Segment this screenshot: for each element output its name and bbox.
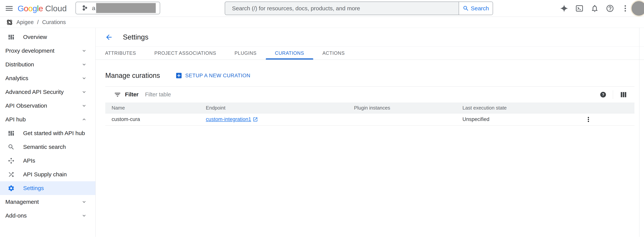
help-filled-icon[interactable]: ? xyxy=(600,91,606,98)
sidebar-item-label: Get started with API hub xyxy=(23,130,85,136)
page-header: Settings xyxy=(96,28,644,46)
chevron-down-icon xyxy=(81,103,87,109)
cell-name: custom-cura xyxy=(105,116,206,122)
chevron-down-icon xyxy=(81,89,87,95)
logo-letter: l xyxy=(37,4,38,13)
sidebar-item-overview[interactable]: Overview xyxy=(0,30,95,44)
add-box-icon xyxy=(175,72,182,79)
supply-chain-shuffle-icon xyxy=(8,171,15,178)
sidebar-item-label: Distribution xyxy=(5,61,34,68)
tab-curations[interactable]: CURATIONS xyxy=(266,46,314,59)
filter-icon xyxy=(114,91,121,98)
setup-new-curation-button[interactable]: SETUP A NEW CURATION xyxy=(175,72,250,79)
breadcrumb-product[interactable]: Apigee xyxy=(16,19,34,25)
breadcrumb-current: Curations xyxy=(42,19,66,25)
sidebar-item-label: Overview xyxy=(23,34,47,40)
logo-letter: e xyxy=(38,4,43,13)
tab-bar: ATTRIBUTES PROJECT ASSOCIATIONS PLUGINS … xyxy=(96,46,644,60)
project-name-redacted xyxy=(96,3,156,13)
filter-label[interactable]: Filter xyxy=(125,91,138,98)
logo-letter: G xyxy=(18,4,24,13)
endpoint-link[interactable]: custom-integration1 xyxy=(206,116,258,122)
sidebar-item-label: API Supply chain xyxy=(23,171,67,178)
tab-actions[interactable]: ACTIONS xyxy=(313,46,354,59)
avatar[interactable] xyxy=(630,0,644,16)
sidebar-item-label: Management xyxy=(5,199,39,205)
column-header-name: Name xyxy=(105,105,206,111)
sidebar-item-management[interactable]: Management xyxy=(0,195,95,209)
sidebar-item-label: Advanced API Security xyxy=(5,89,64,95)
sidebar-item-proxy-development[interactable]: Proxy development xyxy=(0,44,95,58)
sidebar-item-label: Semantic search xyxy=(23,144,66,150)
search-icon xyxy=(8,144,15,151)
endpoint-link-label: custom-integration1 xyxy=(206,116,251,122)
section-header: Manage curations SETUP A NEW CURATION xyxy=(105,72,644,80)
project-hexagons-icon xyxy=(81,4,89,12)
global-search: Search xyxy=(225,1,493,15)
sidebar-item-label: Settings xyxy=(23,185,44,191)
tab-attributes[interactable]: ATTRIBUTES xyxy=(96,46,145,59)
chevron-down-icon xyxy=(81,48,87,54)
sidebar-item-add-ons[interactable]: Add-ons xyxy=(0,209,95,223)
curations-table-card: Filter Filter table ? Name Endpoint Plug… xyxy=(105,86,634,126)
setup-button-label: SETUP A NEW CURATION xyxy=(185,73,250,79)
sidebar-item-apis[interactable]: APIs xyxy=(0,154,95,168)
project-selector[interactable]: a xyxy=(76,2,160,14)
back-arrow-icon[interactable] xyxy=(105,33,113,41)
tab-plugins[interactable]: PLUGINS xyxy=(225,46,266,59)
chevron-down-icon xyxy=(81,199,87,205)
breadcrumb: Apigee / Curations xyxy=(0,17,644,28)
cell-last-execution-state: Unspecified xyxy=(462,116,582,122)
logo-cloud-text: Cloud xyxy=(45,4,67,13)
search-button[interactable]: Search xyxy=(459,2,493,15)
sidebar-item-label: Analytics xyxy=(5,75,28,81)
column-header-endpoint: Endpoint xyxy=(206,105,354,111)
more-vert-icon[interactable] xyxy=(621,4,630,12)
sidebar-item-api-hub[interactable]: API hub xyxy=(0,113,95,126)
sidebar-item-label: API Observation xyxy=(5,102,47,109)
sidebar-item-label: Proxy development xyxy=(5,47,54,54)
main-content: Settings ATTRIBUTES PROJECT ASSOCIATIONS… xyxy=(96,28,644,237)
sidebar-item-get-started-with-api-hub[interactable]: Get started with API hub xyxy=(0,126,95,140)
top-bar: Google Cloud a Search xyxy=(0,0,644,17)
sidebar-item-api-supply-chain[interactable]: API Supply chain xyxy=(0,168,95,181)
sidebar: Overview Proxy development Distribution … xyxy=(0,28,96,237)
sidebar-item-settings[interactable]: Settings xyxy=(0,181,95,195)
get-started-grid-icon xyxy=(8,130,15,137)
overview-grid-icon xyxy=(8,33,15,41)
sidebar-item-label: APIs xyxy=(23,157,35,164)
cloud-shell-icon[interactable] xyxy=(575,4,584,12)
table-toolbar: Filter Filter table ? xyxy=(105,86,634,102)
column-header-plugin-instances: Plugin instances xyxy=(354,105,462,111)
tab-project-associations[interactable]: PROJECT ASSOCIATIONS xyxy=(145,46,225,59)
section-title: Manage curations xyxy=(105,72,160,80)
help-icon[interactable] xyxy=(606,4,614,12)
sidebar-item-distribution[interactable]: Distribution xyxy=(0,58,95,71)
sidebar-item-api-observation[interactable]: API Observation xyxy=(0,99,95,113)
toolbar-right-icons: ? xyxy=(600,90,634,99)
apis-icon xyxy=(8,157,15,164)
topbar-icon-group xyxy=(560,0,630,17)
open-in-new-icon xyxy=(253,117,258,122)
logo-letter: o xyxy=(24,4,28,13)
sidebar-item-analytics[interactable]: Analytics xyxy=(0,71,95,85)
column-header-last-execution-state: Last execution state xyxy=(462,105,582,111)
chevron-up-icon xyxy=(81,117,87,122)
column-settings-icon[interactable] xyxy=(620,91,627,98)
chevron-down-icon xyxy=(81,75,87,81)
search-input[interactable] xyxy=(225,2,459,15)
sidebar-item-label: Add-ons xyxy=(5,212,27,219)
row-more-vert-icon[interactable] xyxy=(583,114,594,125)
project-name-visible-text: a xyxy=(92,4,95,12)
filter-table-input[interactable]: Filter table xyxy=(145,91,600,98)
sidebar-item-advanced-api-security[interactable]: Advanced API Security xyxy=(0,85,95,99)
apigee-logo-icon xyxy=(6,18,14,26)
sidebar-item-semantic-search[interactable]: Semantic search xyxy=(0,140,95,154)
table-header-row: Name Endpoint Plugin instances Last exec… xyxy=(105,102,634,113)
search-button-label: Search xyxy=(471,5,489,12)
gemini-sparkle-icon[interactable] xyxy=(560,4,568,12)
google-cloud-logo[interactable]: Google Cloud xyxy=(18,0,67,17)
notifications-bell-icon[interactable] xyxy=(590,4,599,12)
menu-icon[interactable] xyxy=(4,4,14,13)
logo-letter: g xyxy=(32,4,37,13)
